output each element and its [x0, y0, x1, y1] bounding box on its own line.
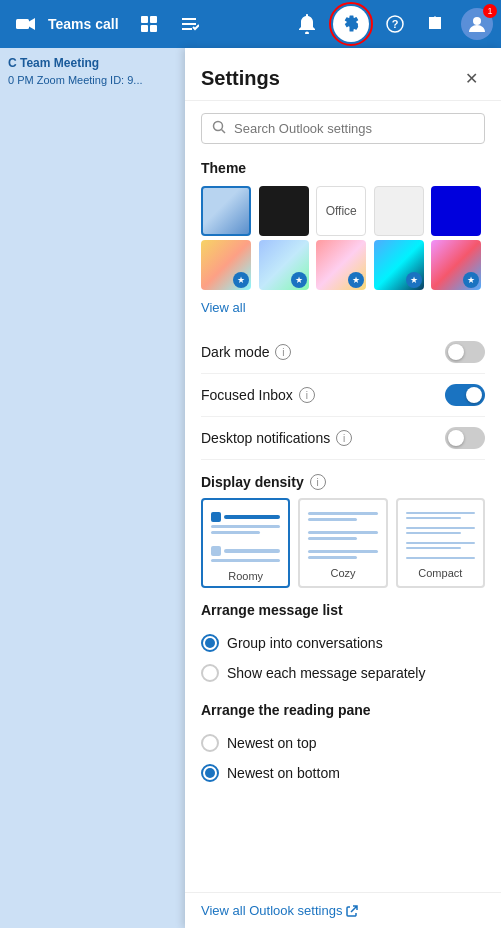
roomy-label: Roomy: [228, 570, 263, 582]
theme-swatch-blue[interactable]: [431, 186, 481, 236]
dark-mode-info-icon[interactable]: i: [275, 344, 291, 360]
arrange-message-section: Arrange message list Group into conversa…: [201, 602, 485, 688]
outlook-icon[interactable]: [131, 6, 167, 42]
desktop-notifications-label: Desktop notifications: [201, 430, 330, 446]
svg-rect-3: [141, 25, 148, 32]
arrange-conversations-option[interactable]: Group into conversations: [201, 628, 485, 658]
roomy-preview: [207, 508, 284, 566]
compact-label: Compact: [418, 567, 462, 579]
theme-swatch-office[interactable]: Office: [316, 186, 366, 236]
dark-mode-knob: [448, 344, 464, 360]
arrange-separate-label: Show each message separately: [227, 665, 425, 681]
svg-rect-4: [150, 25, 157, 32]
search-box: [201, 113, 485, 144]
display-density-section: Display density i: [201, 474, 485, 588]
theme-swatch-dark[interactable]: [259, 186, 309, 236]
density-roomy[interactable]: Roomy: [201, 498, 290, 588]
dark-mode-row: Dark mode i: [201, 331, 485, 374]
display-density-info-icon[interactable]: i: [310, 474, 326, 490]
settings-body: Theme Office ★ ★ ★ ★ ★ Vie: [185, 101, 501, 892]
theme-swatch-party[interactable]: ★: [431, 240, 481, 290]
tasks-icon[interactable]: [171, 6, 207, 42]
theme-swatch-default[interactable]: [201, 186, 251, 236]
svg-line-10: [222, 130, 226, 134]
focused-inbox-knob: [466, 387, 482, 403]
focused-inbox-label: Focused Inbox: [201, 387, 293, 403]
focused-inbox-info-icon[interactable]: i: [299, 387, 315, 403]
svg-text:?: ?: [392, 18, 399, 30]
view-all-settings-link[interactable]: View all Outlook settings: [201, 903, 485, 918]
star-icon: ★: [463, 272, 479, 288]
settings-panel: Settings ✕ Theme Office: [185, 48, 501, 928]
focused-inbox-row: Focused Inbox i: [201, 374, 485, 417]
meeting-sub: 0 PM Zoom Meeting ID: 9...: [8, 74, 177, 86]
svg-rect-0: [16, 19, 29, 29]
theme-swatch-geo[interactable]: ★: [374, 240, 424, 290]
density-cozy[interactable]: Cozy: [298, 498, 387, 588]
bell-icon[interactable]: [289, 6, 325, 42]
compact-preview: [402, 508, 479, 563]
arrange-newest-top-label: Newest on top: [227, 735, 317, 751]
search-input[interactable]: [234, 121, 474, 136]
svg-point-8: [473, 17, 481, 25]
arrange-newest-top-option[interactable]: Newest on top: [201, 728, 485, 758]
dark-mode-label: Dark mode: [201, 344, 269, 360]
display-density-label: Display density: [201, 474, 304, 490]
view-all-settings-label: View all Outlook settings: [201, 903, 342, 918]
theme-swatch-light[interactable]: [374, 186, 424, 236]
desktop-notifications-knob: [448, 430, 464, 446]
focused-inbox-toggle[interactable]: [445, 384, 485, 406]
close-button[interactable]: ✕: [457, 64, 485, 92]
arrange-reading-label: Arrange the reading pane: [201, 702, 485, 718]
theme-swatch-rainbow2[interactable]: ★: [259, 240, 309, 290]
search-icon: [212, 120, 226, 137]
arrange-conversations-label: Group into conversations: [227, 635, 383, 651]
settings-header: Settings ✕: [185, 48, 501, 101]
video-call-icon[interactable]: [8, 6, 44, 42]
radio-newest-top: [201, 734, 219, 752]
arrange-message-label: Arrange message list: [201, 602, 485, 618]
desktop-notifications-info-icon[interactable]: i: [336, 430, 352, 446]
svg-point-9: [214, 122, 223, 131]
arrange-newest-bottom-label: Newest on bottom: [227, 765, 340, 781]
theme-grid: Office ★ ★ ★ ★ ★: [201, 186, 485, 290]
view-all-themes-link[interactable]: View all: [201, 300, 246, 315]
star-icon: ★: [406, 272, 422, 288]
star-icon: ★: [233, 272, 249, 288]
notifications-icon[interactable]: [417, 6, 453, 42]
dark-mode-toggle[interactable]: [445, 341, 485, 363]
desktop-notifications-row: Desktop notifications i: [201, 417, 485, 460]
cozy-label: Cozy: [330, 567, 355, 579]
gear-button[interactable]: [333, 6, 369, 42]
density-compact[interactable]: Compact: [396, 498, 485, 588]
external-link-icon: [346, 905, 358, 917]
arrange-separate-option[interactable]: Show each message separately: [201, 658, 485, 688]
radio-separate: [201, 664, 219, 682]
arrange-newest-bottom-option[interactable]: Newest on bottom: [201, 758, 485, 788]
avatar[interactable]: 1: [461, 8, 493, 40]
teams-call-label: Teams call: [48, 16, 119, 32]
star-icon: ★: [348, 272, 364, 288]
gear-highlight-ring: [329, 2, 373, 46]
settings-footer: View all Outlook settings: [185, 892, 501, 928]
background-content: C Team Meeting 0 PM Zoom Meeting ID: 9..…: [0, 48, 185, 928]
svg-rect-1: [141, 16, 148, 23]
desktop-notifications-toggle[interactable]: [445, 427, 485, 449]
density-options: Roomy Cozy: [201, 498, 485, 588]
theme-swatch-floral[interactable]: ★: [316, 240, 366, 290]
cozy-preview: [304, 508, 381, 563]
radio-conversations: [201, 634, 219, 652]
arrange-reading-section: Arrange the reading pane Newest on top N…: [201, 702, 485, 788]
star-icon: ★: [291, 272, 307, 288]
theme-swatch-rainbow1[interactable]: ★: [201, 240, 251, 290]
meeting-title: C Team Meeting: [8, 56, 177, 70]
svg-rect-2: [150, 16, 157, 23]
help-icon[interactable]: ?: [377, 6, 413, 42]
settings-title: Settings: [201, 67, 280, 90]
notification-badge: 1: [483, 4, 497, 18]
topbar: Teams call ?: [0, 0, 501, 48]
theme-section-label: Theme: [201, 160, 485, 176]
svg-point-5: [305, 32, 309, 35]
radio-newest-bottom: [201, 764, 219, 782]
